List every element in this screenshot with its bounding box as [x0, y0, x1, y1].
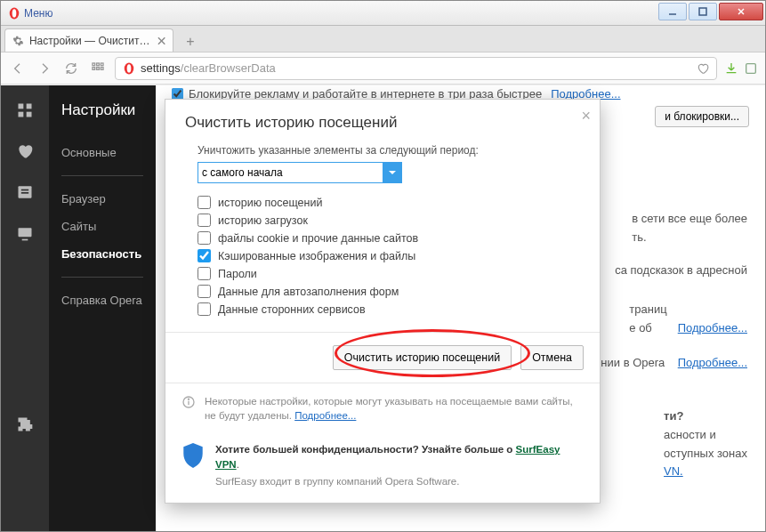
check-label: Пароли: [218, 268, 257, 280]
tab-title: Настройки — Очистить и...: [29, 35, 152, 47]
more-link[interactable]: Подробнее...: [678, 321, 747, 335]
news-icon[interactable]: [16, 183, 34, 201]
tab-close-icon[interactable]: [157, 36, 165, 45]
display-icon[interactable]: [16, 224, 34, 242]
bg-fragment: в сети все еще более: [632, 212, 747, 225]
tab-strip: Настройки — Очистить и... +: [1, 26, 765, 52]
check-row[interactable]: Данные сторонних сервисов: [198, 302, 580, 316]
svg-rect-13: [101, 67, 103, 69]
check-row[interactable]: Пароли: [198, 267, 580, 280]
menu-label-text: Меню: [24, 7, 52, 20]
check-row[interactable]: Данные для автозаполнения форм: [198, 285, 580, 298]
svg-rect-3: [699, 8, 706, 15]
vpn-promo-text: Хотите большей конфиденциальности? Узнай…: [215, 444, 516, 455]
bg-fragment: траниц: [629, 302, 666, 316]
info-icon: [181, 395, 196, 409]
bg-fragment: са подсказок в адресной: [615, 263, 747, 277]
note-more-link[interactable]: Подробнее...: [294, 410, 356, 421]
vpn-subtext: SurfEasy входит в группу компаний Opera …: [215, 474, 584, 489]
svg-rect-20: [27, 112, 32, 117]
cancel-button[interactable]: Отмена: [520, 345, 584, 370]
svg-rect-18: [27, 104, 32, 109]
check-input[interactable]: [198, 214, 211, 227]
extensions-rail-icon[interactable]: [16, 415, 34, 433]
active-tab[interactable]: Настройки — Очистить и...: [4, 28, 173, 52]
extension-icon[interactable]: [744, 61, 758, 76]
svg-point-28: [188, 399, 189, 399]
check-input[interactable]: [198, 302, 211, 316]
address-bar: settings/clearBrowserData: [1, 52, 765, 85]
back-button[interactable]: [8, 59, 28, 78]
window-minimize-button[interactable]: [658, 3, 687, 20]
opera-menu-button[interactable]: Меню: [1, 7, 65, 20]
bg-fragment: е об: [629, 321, 652, 335]
speed-dial-icon[interactable]: [16, 101, 34, 119]
forward-button[interactable]: [35, 59, 54, 78]
svg-rect-10: [101, 63, 103, 66]
opera-small-icon: [123, 62, 135, 75]
more-link[interactable]: Подробнее...: [678, 356, 747, 369]
sidebar-item-security[interactable]: Безопасность: [61, 240, 156, 268]
bookmark-heart-icon[interactable]: [697, 62, 709, 75]
dialog-close-button[interactable]: ×: [581, 107, 591, 125]
dialog-prompt: Уничтожить указанные элементы за следующ…: [198, 144, 580, 157]
check-input[interactable]: [198, 249, 211, 262]
check-label: Данные сторонних сервисов: [218, 303, 366, 316]
bg-fragment: оступных зонах: [664, 447, 747, 460]
sidebar-item-sites[interactable]: Сайты: [61, 213, 156, 240]
svg-rect-16: [746, 63, 756, 73]
settings-title: Настройки: [61, 101, 156, 119]
speed-dial-button[interactable]: [88, 59, 108, 78]
download-icon[interactable]: [724, 61, 738, 76]
period-select[interactable]: с самого начала: [198, 162, 402, 183]
check-label: Данные для автозаполнения форм: [218, 286, 399, 298]
check-input[interactable]: [198, 231, 211, 245]
window-maximize-button[interactable]: [689, 3, 717, 20]
svg-rect-24: [19, 228, 32, 237]
dialog-note: Некоторые настройки, которые могут указы…: [205, 394, 584, 423]
check-input[interactable]: [198, 285, 211, 298]
svg-rect-11: [93, 67, 95, 69]
clear-history-dialog: × Очистить историю посещений Уничтожить …: [165, 99, 601, 504]
settings-sidebar: Настройки Основные Браузер Сайты Безопас…: [49, 85, 156, 531]
svg-rect-8: [93, 63, 95, 66]
svg-point-15: [127, 64, 132, 72]
window-close-button[interactable]: [719, 3, 763, 20]
checkbox-list: историю посещенийисторию загрузокфайлы c…: [198, 196, 580, 316]
sidebar-item-help[interactable]: Справка Opera: [61, 286, 156, 314]
check-label: историю посещений: [218, 197, 322, 209]
sidebar-item-basic[interactable]: Основные: [61, 139, 156, 166]
bg-fragment: ти?: [664, 409, 683, 423]
check-row[interactable]: историю загрузок: [198, 214, 580, 227]
opera-icon: [8, 7, 20, 20]
reload-button[interactable]: [61, 59, 81, 78]
heart-rail-icon[interactable]: [16, 142, 34, 160]
blocking-settings-button[interactable]: и блокировки...: [655, 106, 749, 127]
bg-fragment: ть.: [632, 230, 646, 244]
svg-rect-12: [97, 67, 100, 69]
url-text: settings/clearBrowserData: [141, 61, 276, 75]
vpn-link[interactable]: VN.: [664, 464, 683, 478]
shield-icon: [181, 442, 205, 469]
svg-rect-17: [19, 104, 24, 109]
svg-rect-19: [19, 112, 24, 117]
check-row[interactable]: Кэшированные изображения и файлы: [198, 249, 580, 262]
bg-fragment: асности и: [664, 428, 716, 441]
sidebar-item-browser[interactable]: Браузер: [61, 185, 156, 213]
svg-rect-9: [97, 63, 100, 66]
check-label: историю загрузок: [218, 214, 308, 227]
gear-icon: [12, 35, 24, 47]
svg-point-1: [12, 9, 17, 17]
check-row[interactable]: файлы cookie и прочие данные сайтов: [198, 231, 580, 245]
check-input[interactable]: [198, 196, 211, 209]
bg-fragment: нии в Opera: [601, 356, 665, 369]
left-rail: [1, 85, 49, 531]
check-input[interactable]: [198, 267, 211, 280]
clear-history-button[interactable]: Очистить историю посещений: [333, 345, 512, 370]
address-field[interactable]: settings/clearBrowserData: [115, 57, 717, 80]
check-label: Кэшированные изображения и файлы: [218, 250, 415, 262]
new-tab-button[interactable]: +: [179, 32, 202, 52]
check-row[interactable]: историю посещений: [198, 196, 580, 209]
check-label: файлы cookie и прочие данные сайтов: [218, 232, 418, 245]
dialog-title: Очистить историю посещений: [165, 100, 600, 144]
